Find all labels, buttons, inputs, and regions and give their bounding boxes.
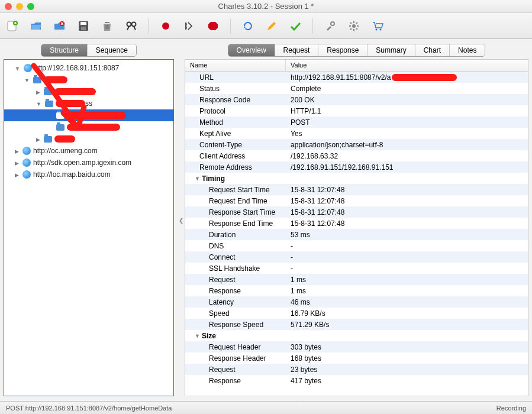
detail-row: Request Start Time15-8-31 12:07:48 xyxy=(185,184,528,195)
close-session-icon[interactable] xyxy=(53,20,66,33)
detail-row: Response1 ms xyxy=(185,285,528,296)
right-pane: Overview Request Response Summary Chart … xyxy=(185,39,532,401)
svg-point-9 xyxy=(162,22,169,30)
detail-row: MethodPOST xyxy=(185,117,528,128)
status-left: POST http://192.168.91.151:8087/v2/home/… xyxy=(6,405,172,412)
detail-row: Request1 ms xyxy=(185,274,528,285)
svg-point-7 xyxy=(127,22,131,26)
col-name[interactable]: Name xyxy=(185,60,286,71)
tree-node-folder[interactable]: ss xyxy=(4,98,173,109)
detail-table: Name Value URLhttp://192.168.91.151:8087… xyxy=(185,59,528,396)
redacted-url xyxy=(392,74,457,81)
detail-group-timing: ▼Timing xyxy=(185,173,528,184)
detail-row: Connect- xyxy=(185,251,528,263)
detail-row: StatusComplete xyxy=(185,83,528,94)
tab-summary[interactable]: Summary xyxy=(367,44,415,56)
window-minimize-button[interactable] xyxy=(16,3,23,10)
left-pane: Structure Sequence http://192.168.91.151… xyxy=(0,39,178,401)
tree-node-host[interactable]: http://192.168.91.151:8087 xyxy=(4,62,173,74)
pane-splitter[interactable]: ❮ xyxy=(178,39,185,401)
folder-icon xyxy=(44,136,52,143)
detail-rows[interactable]: URLhttp://192.168.91.151:8087/v2/a Statu… xyxy=(185,72,528,396)
detail-row: Request23 bytes xyxy=(185,364,528,375)
detail-header: Name Value xyxy=(185,60,528,72)
detail-row: Response End Time15-8-31 12:07:48 xyxy=(185,218,528,229)
open-session-icon[interactable] xyxy=(30,20,43,33)
svg-point-8 xyxy=(132,22,136,26)
detail-row: Content-Typeapplication/json;charset=utf… xyxy=(185,139,528,150)
redacted-label xyxy=(56,100,85,107)
col-value[interactable]: Value xyxy=(286,60,528,71)
redacted-label xyxy=(67,112,126,119)
redacted-label xyxy=(54,135,75,143)
tab-chart[interactable]: Chart xyxy=(415,44,450,56)
tree-node-host[interactable]: http://oc.umeng.com xyxy=(4,145,173,157)
window-close-button[interactable] xyxy=(5,3,12,10)
detail-row: ProtocolHTTP/1.1 xyxy=(185,105,528,117)
titlebar: Charles 3.10.2 - Session 1 * xyxy=(0,0,532,13)
tab-overview[interactable]: Overview xyxy=(228,44,275,56)
tools-icon[interactable] xyxy=(324,20,337,33)
status-right: Recording xyxy=(496,405,526,412)
redacted-label xyxy=(44,76,67,83)
svg-point-14 xyxy=(380,28,382,30)
tree-node-folder[interactable] xyxy=(4,74,173,86)
svg-marker-10 xyxy=(208,22,218,30)
detail-row: SSL Handshake- xyxy=(185,263,528,274)
find-icon[interactable] xyxy=(124,20,137,33)
tab-notes[interactable]: Notes xyxy=(450,44,485,56)
tree-node-item[interactable] xyxy=(4,121,173,133)
tab-response[interactable]: Response xyxy=(318,44,367,56)
detail-group-size: ▼Size xyxy=(185,330,528,341)
validate-icon[interactable] xyxy=(289,20,302,33)
tree-node-host[interactable]: http://loc.map.baidu.com xyxy=(4,169,173,180)
detail-row: Speed16.79 KB/s xyxy=(185,308,528,319)
redacted-label xyxy=(54,88,96,95)
delete-icon[interactable] xyxy=(101,20,114,33)
svg-rect-6 xyxy=(105,22,109,23)
host-tree[interactable]: http://192.168.91.151:8087 ss xyxy=(4,59,174,396)
tree-node-selected[interactable] xyxy=(4,109,173,121)
throttle-icon[interactable] xyxy=(183,20,196,33)
detail-row: URLhttp://192.168.91.151:8087/v2/a xyxy=(185,72,528,83)
window-zoom-button[interactable] xyxy=(27,3,34,10)
edit-icon[interactable] xyxy=(265,20,278,33)
globe-icon xyxy=(22,170,31,179)
detail-row: Response Start Time15-8-31 12:07:48 xyxy=(185,206,528,218)
detail-row: Remote Address/192.168.91.151/192.168.91… xyxy=(185,161,528,173)
repeat-icon[interactable] xyxy=(241,20,254,33)
svg-point-13 xyxy=(376,28,378,30)
globe-icon xyxy=(22,159,31,167)
tree-node-host[interactable]: http://sdk.open.amp.igexin.com xyxy=(4,157,173,169)
new-session-icon[interactable] xyxy=(6,20,19,33)
tab-request[interactable]: Request xyxy=(275,44,319,56)
detail-row: Request Header303 bytes xyxy=(185,341,528,352)
tab-structure[interactable]: Structure xyxy=(41,44,88,56)
status-bar: POST http://192.168.91.151:8087/v2/home/… xyxy=(0,401,532,414)
stop-icon[interactable] xyxy=(207,20,220,33)
settings-icon[interactable] xyxy=(347,20,360,33)
detail-row: Client Address/192.168.63.32 xyxy=(185,150,528,161)
detail-row: Response Code200 OK xyxy=(185,94,528,105)
folder-icon xyxy=(45,101,53,107)
folder-icon xyxy=(56,124,65,131)
detail-row: Kept AliveYes xyxy=(185,128,528,139)
detail-row: Latency46 ms xyxy=(185,296,528,308)
redacted-label xyxy=(67,124,120,131)
record-icon[interactable] xyxy=(159,20,172,33)
detail-row: Response Header168 bytes xyxy=(185,352,528,364)
tree-node-folder[interactable] xyxy=(4,86,173,98)
purchase-icon[interactable] xyxy=(371,20,384,33)
svg-point-12 xyxy=(352,24,356,28)
detail-row: Response417 bytes xyxy=(185,375,528,386)
globe-icon xyxy=(24,64,32,72)
detail-row: Response Speed571.29 KB/s xyxy=(185,319,528,330)
tree-node-folder[interactable] xyxy=(4,133,173,145)
svg-rect-5 xyxy=(81,27,86,30)
svg-rect-4 xyxy=(80,22,86,25)
globe-icon xyxy=(22,147,31,155)
detail-row: DNS- xyxy=(185,240,528,251)
svg-point-11 xyxy=(331,22,334,25)
tab-sequence[interactable]: Sequence xyxy=(88,44,136,56)
save-icon[interactable] xyxy=(77,20,90,33)
